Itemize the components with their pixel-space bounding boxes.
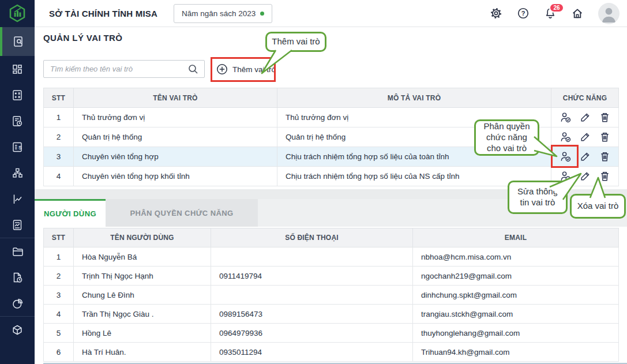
roles-header-desc: MÔ TẢ VAI TRÒ xyxy=(277,88,551,108)
sidebar-item-file-history[interactable] xyxy=(0,264,35,290)
sidebar-item-doc-finance[interactable]: S xyxy=(0,134,35,160)
sidebar-item-dashboard[interactable] xyxy=(0,56,35,82)
delete-role-icon[interactable] xyxy=(599,131,611,143)
role-name: Thủ trưởng đơn vị xyxy=(74,108,277,127)
settings-button[interactable] xyxy=(490,7,502,20)
user-email: ngochanh219@gmail.com xyxy=(413,267,619,286)
home-icon xyxy=(571,7,584,20)
user-stt: 4 xyxy=(44,305,74,324)
sidebar-item-analytics[interactable] xyxy=(0,186,35,212)
budget-year-selector[interactable]: Năm ngân sách 2023 xyxy=(174,4,272,23)
user-name: Trịnh Thị Ngọc Hạnh xyxy=(74,267,211,286)
svg-text:S: S xyxy=(18,144,22,150)
sidebar-item-doc-schedule[interactable] xyxy=(0,108,35,134)
user-row[interactable]: 2 Trịnh Thị Ngọc Hạnh 0911419794 ngochan… xyxy=(44,267,619,286)
user-email: nbhoa@hcm.misa.com.vn xyxy=(413,247,619,267)
callout-assign-permission: Phân quyền chức năng cho vai trò xyxy=(474,119,539,156)
document-dollar-icon: S xyxy=(11,141,24,153)
role-name: Chuyên viên tổng hợp xyxy=(74,147,277,167)
add-role-label: Thêm vai trò xyxy=(232,65,276,74)
roles-header-name: TÊN VAI TRÒ xyxy=(74,88,277,108)
add-role-button[interactable]: Thêm vai trò xyxy=(216,62,276,77)
role-name: Quản trị hệ thống xyxy=(74,127,277,147)
user-phone: 0964979936 xyxy=(211,324,413,343)
dashboard-grid-icon xyxy=(11,63,24,76)
document-clock-icon xyxy=(11,115,24,127)
user-name: Hà Trí Huân. xyxy=(74,343,211,362)
sidebar-item-statistics[interactable] xyxy=(0,290,35,316)
search-icon[interactable] xyxy=(187,63,199,75)
app-logo[interactable] xyxy=(0,0,35,27)
tab-permissions[interactable]: PHÂN QUYỀN CHỨC NĂNG xyxy=(106,199,258,227)
user-row[interactable]: 5 Hồng Lê 0964979936 thuyhonglehang@gmai… xyxy=(44,324,619,343)
user-avatar[interactable] xyxy=(598,3,620,24)
tab-users[interactable]: NGƯỜI DÙNG xyxy=(35,199,106,227)
edit-role-icon[interactable] xyxy=(579,131,591,143)
user-row[interactable]: 1 Hòa Nguyễn Bá nbhoa@hcm.misa.com.vn xyxy=(44,247,619,267)
search-box xyxy=(43,60,205,78)
calculator-icon xyxy=(11,89,24,102)
user-phone: 0911419794 xyxy=(211,267,413,286)
user-name: Hòa Nguyễn Bá xyxy=(74,247,211,267)
user-row[interactable]: 3 Chung Lê Đình dinhchung.spkt@gmail.com xyxy=(44,286,619,305)
user-row[interactable]: 6 Hà Trí Huân. 0935011294 Trihuan94.kh@g… xyxy=(44,343,619,362)
misa-logo-icon xyxy=(7,3,27,23)
user-phone xyxy=(211,247,413,267)
user-name: Trần Thị Ngọc Giàu . xyxy=(74,305,211,324)
top-bar: SỞ TÀI CHÍNH TỈNH MISA Năm ngân sách 202… xyxy=(0,0,627,27)
sidebar-nav: S xyxy=(0,27,35,364)
sidebar-item-archive[interactable] xyxy=(0,238,35,264)
roles-header-actions: CHỨC NĂNG xyxy=(551,88,619,108)
cube-icon xyxy=(11,324,24,336)
help-button[interactable]: ? xyxy=(517,7,530,20)
edit-role-icon[interactable] xyxy=(579,151,591,163)
edit-role-icon[interactable] xyxy=(579,111,591,123)
users-header-row: STT TÊN NGƯỜI DÙNG SỐ ĐIỆN THOẠI EMAIL xyxy=(44,228,619,247)
assign-permission-icon[interactable] xyxy=(560,151,572,163)
report-document-icon xyxy=(11,219,24,231)
home-button[interactable] xyxy=(571,7,584,20)
user-row[interactable]: 4 Trần Thị Ngọc Giàu . 0989156473 trangi… xyxy=(44,305,619,324)
circle-plus-icon xyxy=(216,63,228,75)
roles-header-stt: STT xyxy=(44,88,74,108)
role-stt: 1 xyxy=(44,108,74,127)
user-stt: 1 xyxy=(44,247,74,267)
role-stt: 2 xyxy=(44,127,74,147)
sidebar-item-modules[interactable] xyxy=(0,317,35,343)
user-stt: 2 xyxy=(44,267,74,286)
notifications-button[interactable]: 26 xyxy=(544,7,557,20)
users-header-name: TÊN NGƯỜI DÙNG xyxy=(74,228,211,247)
roles-header-row: STT TÊN VAI TRÒ MÔ TẢ VAI TRÒ CHỨC NĂNG xyxy=(44,88,619,108)
edit-role-icon[interactable] xyxy=(579,170,591,182)
users-table: STT TÊN NGƯỜI DÙNG SỐ ĐIỆN THOẠI EMAIL 1… xyxy=(43,228,619,362)
avatar-person-icon xyxy=(598,3,620,24)
sidebar-item-reports[interactable] xyxy=(0,212,35,238)
user-email: Trihuan94.kh@gmail.com xyxy=(413,343,619,362)
svg-text:?: ? xyxy=(521,10,525,17)
topbar-actions: ? 26 xyxy=(490,3,627,24)
sidebar-item-org-structure[interactable] xyxy=(0,160,35,186)
assign-permission-icon[interactable] xyxy=(560,131,572,143)
delete-role-icon[interactable] xyxy=(599,170,611,182)
callout-edit-role: Sửa thông tin vai trò xyxy=(508,181,568,214)
main-content: QUẢN LÝ VAI TRÒ Thêm vai trò STT TÊN VAI… xyxy=(35,27,627,364)
users-header-email: EMAIL xyxy=(413,228,619,247)
sidebar-item-search-docs[interactable] xyxy=(0,27,35,56)
assign-permission-icon[interactable] xyxy=(560,111,572,123)
user-name: Hồng Lê xyxy=(74,324,211,343)
user-phone: 0989156473 xyxy=(211,305,413,324)
user-email: thuyhonglehang@gmail.com xyxy=(413,324,619,343)
delete-role-icon[interactable] xyxy=(599,151,611,163)
users-header-stt: STT xyxy=(44,228,74,247)
search-role-input[interactable] xyxy=(44,61,204,77)
file-clock-icon xyxy=(11,271,24,284)
role-name: Chuyên viên tổng hợp khối tỉnh xyxy=(74,167,277,186)
org-title: SỞ TÀI CHÍNH TỈNH MISA xyxy=(49,9,157,18)
help-icon: ? xyxy=(517,7,530,20)
doc-search-icon xyxy=(12,35,25,48)
delete-role-icon[interactable] xyxy=(599,111,611,123)
page-title: QUẢN LÝ VAI TRÒ xyxy=(43,33,122,43)
gear-icon xyxy=(490,7,502,20)
sidebar-item-calculator[interactable] xyxy=(0,82,35,108)
user-stt: 5 xyxy=(44,324,74,343)
